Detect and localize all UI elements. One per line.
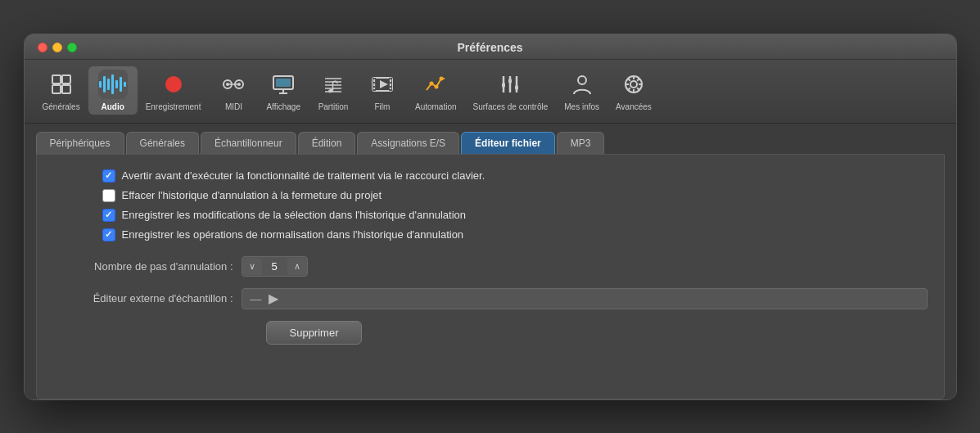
title-bar: Préférences xyxy=(25,34,956,60)
close-button[interactable] xyxy=(38,43,47,52)
automation-label: Automation xyxy=(415,102,457,111)
cursor-indicator: ▶ xyxy=(269,292,278,305)
tab-assignations[interactable]: Assignations E/S xyxy=(357,132,459,154)
svg-point-31 xyxy=(435,84,439,88)
minimize-button[interactable] xyxy=(52,43,62,52)
checkbox-row-effacer: Effacer l'historique d'annulation à la f… xyxy=(102,189,928,202)
affichage-icon xyxy=(269,70,298,99)
surfaces-label: Surfaces de contrôle xyxy=(473,102,549,111)
toolbar-item-avancees[interactable]: Avancées xyxy=(607,66,660,115)
checkbox-enregistrer-modifs[interactable] xyxy=(102,209,115,222)
checkbox-label-avertir: Avertir avant d'exécuter la fonctionnali… xyxy=(122,169,485,182)
annulation-stepper: ∨ 5 ∧ xyxy=(242,256,308,277)
midi-label: MIDI xyxy=(225,102,242,111)
toolbar-item-surfaces[interactable]: Surfaces de contrôle xyxy=(465,66,557,115)
film-icon xyxy=(368,70,397,99)
tab-peripheriques[interactable]: Périphériques xyxy=(36,132,124,154)
checkbox-enregistrer-ops[interactable] xyxy=(102,228,115,241)
svg-marker-21 xyxy=(380,80,388,88)
svg-point-30 xyxy=(430,81,434,85)
svg-rect-36 xyxy=(502,83,505,88)
svg-rect-26 xyxy=(373,88,375,89)
audio-label: Audio xyxy=(101,102,124,111)
toolbar-item-mesinfos[interactable]: Mes infos xyxy=(556,66,607,115)
delete-button[interactable]: Supprimer xyxy=(266,321,363,345)
checkbox-row-enregistrer-modifs: Enregistrer les modifications de la séle… xyxy=(102,209,928,222)
partition-label: Partition xyxy=(318,102,349,111)
svg-rect-3 xyxy=(62,85,70,93)
svg-line-49 xyxy=(628,88,630,90)
svg-line-46 xyxy=(628,79,630,81)
toolbar-item-midi[interactable]: MIDI xyxy=(209,66,258,115)
tab-generales[interactable]: Générales xyxy=(126,132,199,154)
svg-rect-37 xyxy=(508,79,512,83)
traffic-lights xyxy=(38,43,77,52)
svg-line-48 xyxy=(637,79,639,81)
svg-point-7 xyxy=(226,83,229,86)
svg-rect-28 xyxy=(390,83,391,86)
annulation-value: 5 xyxy=(262,257,287,276)
svg-rect-1 xyxy=(52,85,61,93)
editeur-row: Éditeur externe d'échantillon : — ▶ xyxy=(53,288,928,309)
checkbox-label-enregistrer-ops: Enregistrer les opérations de normalisat… xyxy=(122,228,464,241)
affichage-label: Affichage xyxy=(266,102,300,111)
toolbar: Générales Audio Enregistre xyxy=(25,60,956,124)
svg-rect-27 xyxy=(390,79,391,82)
svg-rect-0 xyxy=(52,75,61,83)
annulation-decrement[interactable]: ∨ xyxy=(242,258,262,275)
maximize-button[interactable] xyxy=(67,43,77,52)
generales-icon xyxy=(47,70,76,99)
svg-point-41 xyxy=(630,81,637,88)
editeur-label: Éditeur externe d'échantillon : xyxy=(53,292,233,304)
tab-mp3[interactable]: MP3 xyxy=(557,132,605,154)
generales-label: Générales xyxy=(43,102,80,111)
annulation-label: Nombre de pas d'annulation : xyxy=(53,260,233,273)
tab-edition[interactable]: Édition xyxy=(298,132,356,154)
svg-rect-24 xyxy=(373,79,375,82)
audio-icon xyxy=(98,70,128,99)
enregistrement-icon xyxy=(159,70,188,99)
svg-rect-38 xyxy=(515,85,518,90)
svg-rect-25 xyxy=(373,83,375,86)
svg-point-8 xyxy=(237,83,241,86)
checkbox-label-enregistrer-modifs: Enregistrer les modifications de la séle… xyxy=(122,209,466,221)
toolbar-item-generales[interactable]: Générales xyxy=(34,66,88,115)
content-area: Périphériques Générales Échantillonneur … xyxy=(25,124,956,399)
window-title: Préférences xyxy=(457,41,522,54)
checkbox-effacer[interactable] xyxy=(102,189,115,202)
delete-button-row: Supprimer xyxy=(53,321,928,345)
partition-icon xyxy=(318,70,348,99)
svg-rect-12 xyxy=(276,79,291,87)
automation-icon xyxy=(421,70,450,99)
film-label: Film xyxy=(375,102,391,111)
tabs-row: Périphériques Générales Échantillonneur … xyxy=(25,124,956,154)
editeur-value: — xyxy=(251,292,262,305)
annulation-increment[interactable]: ∧ xyxy=(287,258,307,275)
toolbar-item-enregistrement[interactable]: Enregistrement xyxy=(138,66,210,115)
svg-rect-29 xyxy=(390,88,391,89)
svg-rect-2 xyxy=(62,75,70,83)
checkbox-label-effacer: Effacer l'historique d'annulation à la f… xyxy=(122,189,382,201)
annulation-row: Nombre de pas d'annulation : ∨ 5 ∧ xyxy=(53,256,928,277)
midi-icon xyxy=(219,70,248,99)
avancees-icon xyxy=(619,70,648,99)
mesinfos-icon xyxy=(567,70,597,99)
tab-editeur-fichier[interactable]: Éditeur fichier xyxy=(461,132,555,154)
toolbar-item-automation[interactable]: Automation xyxy=(407,66,465,115)
svg-point-32 xyxy=(440,76,444,80)
avancees-label: Avancées xyxy=(616,102,652,111)
enregistrement-label: Enregistrement xyxy=(146,102,201,111)
checkboxes-section: Avertir avant d'exécuter la fonctionnali… xyxy=(102,169,928,241)
svg-line-47 xyxy=(637,88,639,90)
surfaces-icon xyxy=(495,70,525,99)
mesinfos-label: Mes infos xyxy=(564,102,599,111)
preferences-window: Préférences Générales xyxy=(24,34,957,400)
checkbox-row-enregistrer-ops: Enregistrer les opérations de normalisat… xyxy=(102,228,928,241)
toolbar-item-film[interactable]: Film xyxy=(358,66,407,115)
tab-content: Avertir avant d'exécuter la fonctionnali… xyxy=(36,154,945,399)
toolbar-item-partition[interactable]: Partition xyxy=(309,66,358,115)
checkbox-avertir[interactable] xyxy=(102,169,115,183)
tab-echantillonneur[interactable]: Échantillonneur xyxy=(201,132,296,154)
toolbar-item-affichage[interactable]: Affichage xyxy=(258,66,309,115)
toolbar-item-audio[interactable]: Audio xyxy=(88,66,138,115)
